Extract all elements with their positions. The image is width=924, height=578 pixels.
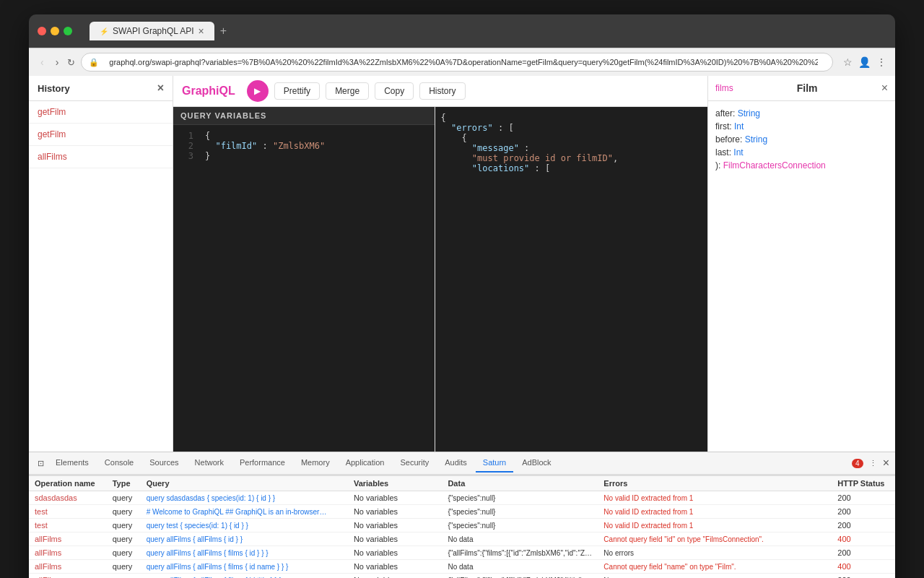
op-status-cell: 200: [832, 519, 895, 532]
devtools-cursor-icon[interactable]: ⊡: [35, 456, 47, 471]
minimize-traffic-light[interactable]: [51, 27, 59, 35]
table-row[interactable]: allFilms query query allFilms { allFilms…: [29, 560, 895, 574]
tab-performance[interactable]: Performance: [232, 454, 292, 473]
docs-field-connection: ): FilmCharactersConnection: [715, 160, 888, 171]
op-errors-cell: No errors: [598, 546, 832, 560]
history-button[interactable]: History: [419, 82, 465, 100]
url-input[interactable]: [102, 56, 825, 69]
op-data-cell: {"allFilms":{"films":[{"id":"ZmlsbXM6","…: [442, 574, 598, 579]
table-row[interactable]: allFilms query query allFilms { allFilms…: [29, 574, 895, 579]
docs-breadcrumb[interactable]: films: [715, 83, 733, 93]
tab-favicon-icon: ⚡: [100, 27, 108, 35]
op-data-cell: {"allFilms":{"films":[{"id":"ZmlsbXM6","…: [442, 546, 598, 560]
tab-audits[interactable]: Audits: [437, 454, 474, 473]
devtools-more-icon[interactable]: ⋮: [866, 456, 880, 471]
col-operation-name: Operation name: [29, 476, 107, 491]
tab-application[interactable]: Application: [339, 454, 392, 473]
account-icon[interactable]: 👤: [858, 56, 871, 68]
tab-sources[interactable]: Sources: [142, 454, 186, 473]
op-status-cell: 200: [832, 574, 895, 579]
op-variables-cell: No variables: [348, 532, 443, 546]
docs-field-first: first: Int: [715, 121, 888, 131]
back-button[interactable]: ‹: [38, 55, 47, 69]
tab-saturn[interactable]: Saturn: [476, 454, 513, 473]
history-item-1[interactable]: getFilm: [29, 101, 173, 124]
merge-button[interactable]: Merge: [326, 82, 369, 100]
main-content-area: History × getFilm getFilm allFilms Graph…: [29, 76, 895, 452]
op-data-cell: No data: [442, 532, 598, 546]
op-status-cell: 200: [832, 505, 895, 519]
op-name-cell: test: [29, 505, 107, 519]
op-data-cell: {"species":null}: [442, 505, 598, 519]
tab-title: SWAPI GraphQL API: [113, 26, 194, 36]
history-item-3[interactable]: allFilms: [29, 146, 173, 168]
forward-button[interactable]: ›: [53, 55, 62, 69]
col-errors: Errors: [598, 476, 832, 491]
maximize-traffic-light[interactable]: [64, 27, 72, 35]
line-number: 3: [179, 151, 193, 161]
op-query-cell: query test { species(id: 1) { id } }: [141, 519, 348, 532]
docs-header: films Film ×: [708, 76, 895, 101]
col-http-status: HTTP Status: [832, 476, 895, 491]
variables-editor[interactable]: 1 { 2 "filmId" : "ZmlsbXM6": [173, 125, 435, 452]
run-query-button[interactable]: ▶: [247, 80, 269, 102]
table-row[interactable]: test query query test { species(id: 1) {…: [29, 519, 895, 532]
history-panel: History × getFilm getFilm allFilms: [29, 76, 173, 452]
network-table: Operation name Type Query Variables Data…: [29, 476, 895, 578]
op-name-cell: allFilms: [29, 546, 107, 560]
history-header: History ×: [29, 76, 173, 101]
devtools-close-button[interactable]: ×: [883, 457, 889, 470]
history-item-2[interactable]: getFilm: [29, 124, 173, 146]
docs-field-last: last: Int: [715, 147, 888, 158]
tab-memory[interactable]: Memory: [294, 454, 337, 473]
op-variables-cell: No variables: [348, 491, 443, 505]
op-data-cell: {"species":null}: [442, 491, 598, 505]
history-close-button[interactable]: ×: [157, 82, 164, 95]
op-errors-cell: No errors: [598, 574, 832, 579]
refresh-button[interactable]: ↻: [67, 57, 75, 68]
op-type-cell: query: [107, 532, 141, 546]
browser-tab[interactable]: ⚡ SWAPI GraphQL API ×: [90, 22, 214, 40]
bookmark-icon[interactable]: ☆: [843, 56, 853, 68]
close-traffic-light[interactable]: [38, 27, 46, 35]
op-query-cell: query allFilms { allFilms { films { id t…: [141, 574, 348, 579]
error-count-badge: 4: [852, 459, 863, 468]
docs-close-button[interactable]: ×: [881, 82, 888, 95]
op-query-cell: query allFilms { allFilms { id } }: [141, 532, 348, 546]
op-query-cell: query allFilms { allFilms { films { id }…: [141, 546, 348, 560]
address-bar: ‹ › ↻ 🔒 ☆ 👤 ⋮: [29, 48, 895, 76]
tab-console[interactable]: Console: [97, 454, 141, 473]
menu-icon[interactable]: ⋮: [876, 56, 886, 68]
op-name-cell: sdasdasdas: [29, 491, 107, 505]
op-type-cell: query: [107, 519, 141, 532]
tab-security[interactable]: Security: [393, 454, 436, 473]
tab-elements[interactable]: Elements: [48, 454, 96, 473]
code-content: "filmId" : "ZmlsbXM6": [205, 141, 325, 151]
new-tab-button[interactable]: +: [214, 22, 232, 40]
op-variables-cell: No variables: [348, 574, 443, 579]
devtools-right-controls: 4 ⋮ ×: [852, 456, 889, 471]
network-panel: Operation name Type Query Variables Data…: [29, 475, 895, 578]
op-type-cell: query: [107, 546, 141, 560]
table-row[interactable]: test query # Welcome to GraphiQL ## Grap…: [29, 505, 895, 519]
docs-title: Film: [797, 82, 818, 94]
op-variables-cell: No variables: [348, 560, 443, 574]
table-row[interactable]: allFilms query query allFilms { allFilms…: [29, 532, 895, 546]
table-row[interactable]: allFilms query query allFilms { allFilms…: [29, 546, 895, 560]
op-status-cell: 400: [832, 532, 895, 546]
col-type: Type: [107, 476, 141, 491]
tab-close-icon[interactable]: ×: [199, 25, 204, 37]
graphiql-area: GraphiQL ▶ Prettify Merge Copy History Q…: [173, 76, 707, 452]
op-name-cell: allFilms: [29, 532, 107, 546]
col-query: Query: [141, 476, 348, 491]
op-status-cell: 400: [832, 560, 895, 574]
op-query-cell: # Welcome to GraphiQL ## GraphiQL is an …: [141, 505, 348, 519]
query-editor-pane: QUERY VARIABLES 1 { 2 "filmId" : "ZmlsbX…: [173, 107, 435, 452]
prettify-button[interactable]: Prettify: [274, 82, 320, 100]
op-errors-cell: Cannot query field "name" on type "Film"…: [598, 560, 832, 574]
copy-button[interactable]: Copy: [375, 82, 414, 100]
tab-adblock[interactable]: AdBlock: [515, 454, 558, 473]
table-row[interactable]: sdasdasdas query query sdasdasdas { spec…: [29, 491, 895, 505]
line-number: 2: [179, 141, 193, 151]
tab-network[interactable]: Network: [188, 454, 231, 473]
